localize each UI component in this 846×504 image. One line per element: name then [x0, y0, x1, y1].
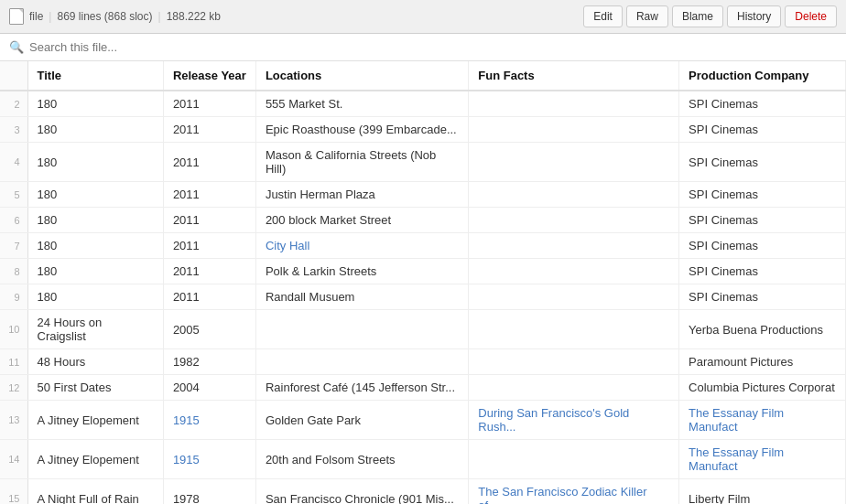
- raw-button[interactable]: Raw: [626, 5, 668, 27]
- cell-title: 180: [27, 233, 163, 259]
- cell-year[interactable]: 1915: [163, 440, 255, 479]
- cell-year: 2011: [163, 117, 255, 143]
- cell-location: Polk & Larkin Streets: [255, 259, 468, 284]
- cell-fun-facts: [469, 91, 679, 117]
- cell-year: 2005: [163, 310, 255, 349]
- cell-company: SPI Cinemas: [679, 208, 846, 233]
- cell-location: 20th and Folsom Streets: [255, 440, 468, 479]
- col-header-fun-facts: Fun Facts: [469, 61, 679, 91]
- cell-location: San Francisco Chronicle (901 Mis...: [255, 479, 468, 505]
- cell-fun-facts: [469, 440, 679, 479]
- edit-button[interactable]: Edit: [583, 5, 623, 27]
- cell-company: Liberty Film: [679, 479, 846, 505]
- file-icon: [9, 8, 24, 25]
- file-label: file: [29, 10, 43, 23]
- row-number: 6: [0, 208, 27, 233]
- cell-fun-facts: [469, 310, 679, 349]
- table-row: 91802011Randall MusuemSPI Cinemas: [0, 284, 846, 310]
- cell-fun-facts: [469, 182, 679, 208]
- row-num-header: [0, 61, 27, 91]
- cell-company: SPI Cinemas: [679, 91, 846, 117]
- cell-company: Yerba Buena Productions: [679, 310, 846, 349]
- search-bar: 🔍: [0, 34, 846, 61]
- cell-location: Justin Herman Plaza: [255, 182, 468, 208]
- table-row: 61802011200 block Market StreetSPI Cinem…: [0, 208, 846, 233]
- cell-title: 50 First Dates: [27, 375, 163, 401]
- table-row: 21802011555 Market St.SPI Cinemas: [0, 91, 846, 117]
- cell-company: SPI Cinemas: [679, 117, 846, 143]
- table-row: 1024 Hours on Craigslist2005Yerba Buena …: [0, 310, 846, 349]
- cell-company: SPI Cinemas: [679, 259, 846, 284]
- row-number: 5: [0, 182, 27, 208]
- delete-button[interactable]: Delete: [785, 5, 837, 27]
- search-icon: 🔍: [9, 40, 24, 54]
- cell-fun-facts: [469, 208, 679, 233]
- cell-title: 180: [27, 259, 163, 284]
- separator: |: [49, 10, 51, 23]
- cell-year[interactable]: 1915: [163, 401, 255, 440]
- row-number: 8: [0, 259, 27, 284]
- row-number: 9: [0, 284, 27, 310]
- cell-company[interactable]: The Essanay Film Manufact: [679, 401, 846, 440]
- cell-location: [255, 349, 468, 375]
- toolbar-actions: Edit Raw Blame History Delete: [583, 5, 837, 27]
- cell-year: 2011: [163, 208, 255, 233]
- cell-fun-facts: [469, 349, 679, 375]
- toolbar-file-info: file | 869 lines (868 sloc) | 188.222 kb: [9, 8, 576, 25]
- cell-year: 2011: [163, 182, 255, 208]
- cell-company: SPI Cinemas: [679, 284, 846, 310]
- file-stats: 869 lines (868 sloc): [57, 10, 152, 23]
- col-header-company: Production Company: [679, 61, 846, 91]
- cell-year: 2004: [163, 375, 255, 401]
- row-number: 13: [0, 401, 27, 440]
- cell-title: 180: [27, 182, 163, 208]
- cell-location: Rainforest Café (145 Jefferson Str...: [255, 375, 468, 401]
- table-row: 1250 First Dates2004Rainforest Café (145…: [0, 375, 846, 401]
- col-header-locations: Locations: [255, 61, 468, 91]
- cell-year: 1982: [163, 349, 255, 375]
- cell-year: 2011: [163, 91, 255, 117]
- cell-location: [255, 310, 468, 349]
- table-row: 31802011Epic Roasthouse (399 Embarcade..…: [0, 117, 846, 143]
- row-number: 3: [0, 117, 27, 143]
- cell-location: Golden Gate Park: [255, 401, 468, 440]
- table-row: 81802011Polk & Larkin StreetsSPI Cinemas: [0, 259, 846, 284]
- cell-company[interactable]: The Essanay Film Manufact: [679, 440, 846, 479]
- cell-year: 2011: [163, 259, 255, 284]
- cell-company: SPI Cinemas: [679, 233, 846, 259]
- table-header-row: Title Release Year Locations Fun Facts P…: [0, 61, 846, 91]
- cell-location[interactable]: City Hall: [255, 233, 468, 259]
- row-number: 4: [0, 143, 27, 182]
- cell-company: SPI Cinemas: [679, 143, 846, 182]
- table-row: 13A Jitney Elopement1915Golden Gate Park…: [0, 401, 846, 440]
- cell-title: A Night Full of Rain: [27, 479, 163, 505]
- col-header-title: Title: [27, 61, 163, 91]
- cell-location: 555 Market St.: [255, 91, 468, 117]
- cell-company: SPI Cinemas: [679, 182, 846, 208]
- cell-year: 2011: [163, 233, 255, 259]
- cell-title: 180: [27, 284, 163, 310]
- cell-year: 2011: [163, 284, 255, 310]
- history-button[interactable]: History: [727, 5, 781, 27]
- row-number: 2: [0, 91, 27, 117]
- cell-fun-facts: [469, 143, 679, 182]
- cell-title: 24 Hours on Craigslist: [27, 310, 163, 349]
- cell-location: Mason & California Streets (Nob Hill): [255, 143, 468, 182]
- cell-fun-facts: [469, 233, 679, 259]
- blame-button[interactable]: Blame: [672, 5, 723, 27]
- search-input[interactable]: [29, 40, 837, 54]
- cell-fun-facts[interactable]: During San Francisco's Gold Rush...: [469, 401, 679, 440]
- file-table-container: Title Release Year Locations Fun Facts P…: [0, 61, 846, 504]
- cell-title: 180: [27, 143, 163, 182]
- cell-fun-facts: [469, 375, 679, 401]
- table-row: 41802011Mason & California Streets (Nob …: [0, 143, 846, 182]
- cell-location: Randall Musuem: [255, 284, 468, 310]
- cell-title: A Jitney Elopement: [27, 401, 163, 440]
- cell-title: A Jitney Elopement: [27, 440, 163, 479]
- col-header-year: Release Year: [163, 61, 255, 91]
- cell-year: 2011: [163, 143, 255, 182]
- separator2: |: [158, 10, 161, 23]
- cell-fun-facts[interactable]: The San Francisco Zodiac Killer of...: [469, 479, 679, 505]
- cell-fun-facts: [469, 284, 679, 310]
- table-row: 14A Jitney Elopement191520th and Folsom …: [0, 440, 846, 479]
